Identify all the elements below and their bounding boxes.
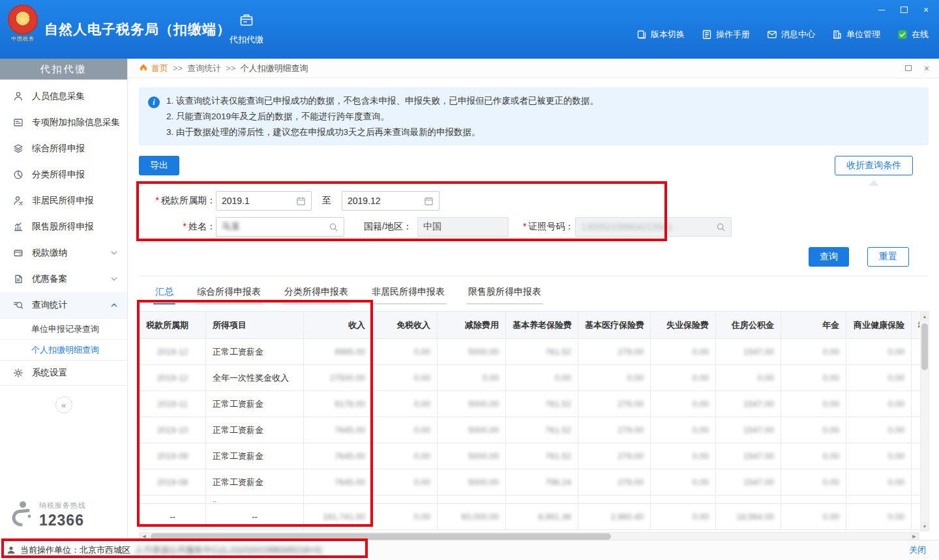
manual-button[interactable]: 操作手册 <box>702 29 750 40</box>
minimize-icon[interactable]: ─ <box>876 5 887 15</box>
reset-button[interactable]: 重置 <box>867 247 909 267</box>
main-panel: 首页 >> 查询统计 >> 个人扣缴明细查询 × i 1. 该查询统计表仅能查询… <box>128 59 939 540</box>
scroll-left-icon[interactable]: ◀ <box>140 533 149 540</box>
hotline-label: 纳税服务热线 <box>39 501 86 510</box>
vertical-scrollbar[interactable]: ▲ ▼ <box>920 311 929 531</box>
col-header-period: 税款所属期 <box>140 312 206 339</box>
status-bar: 当前操作单位：北京市西城区 人力资源公共服务中心(1,2110102199634… <box>0 540 939 560</box>
maximize-icon[interactable] <box>899 5 909 15</box>
tab-comprehensive-income[interactable]: 综合所得申报表 <box>195 282 263 304</box>
collapse-query-button[interactable]: 收折查询条件 <box>835 156 913 175</box>
filter-actions: 查询 重置 <box>139 247 929 267</box>
gear-icon <box>13 368 23 378</box>
table-row[interactable]: 2019-08 正常工资薪金 7645.00 0.00 5000.00 798.… <box>140 469 920 495</box>
panel-restore-icon[interactable] <box>904 64 913 73</box>
sidebar-item-query-statistics[interactable]: 查询统计 <box>0 292 127 318</box>
cell-health-insurance: 0.00 <box>846 417 912 443</box>
tab-withholding-module[interactable]: 代扣代缴 <box>230 12 263 46</box>
vertical-scroll-thumb[interactable] <box>921 323 928 370</box>
tab-restricted-shares[interactable]: 限售股所得申报表 <box>466 282 543 304</box>
sidebar-item-label: 专项附加扣除信息采集 <box>32 117 120 128</box>
cell-clipped <box>912 417 920 443</box>
period-to-input[interactable]: 2019.12 <box>342 191 440 211</box>
cell-income: 27500.00 <box>304 365 372 391</box>
org-manage-label: 单位管理 <box>846 29 880 40</box>
panel-close-icon[interactable]: × <box>922 64 931 73</box>
sidebar-item-comprehensive-income[interactable]: 综合所得申报 <box>0 136 127 162</box>
calendar-icon[interactable] <box>296 196 306 206</box>
search-icon[interactable] <box>716 222 726 232</box>
sidebar-item-preferential-filing[interactable]: 优惠备案 <box>0 266 127 292</box>
search-icon[interactable] <box>329 222 338 232</box>
cell-housing-fund: 1547.00 <box>716 443 781 469</box>
cell-income-item: 正常工资薪金 <box>206 339 304 365</box>
cell-medical: 0.00 <box>578 365 651 391</box>
table-footer-body: .. -- -- 161,741.00 0.00 60,000.00 8,991… <box>140 495 920 530</box>
sidebar: 代扣代缴 人员信息采集 专项附加扣除信息采集 综合所得申报 分类所得申报 非居民… <box>0 59 128 540</box>
org-manage-button[interactable]: 单位管理 <box>832 29 880 40</box>
table-row[interactable]: 2019-10 正常工资薪金 7645.00 0.00 5000.00 761.… <box>140 417 920 443</box>
cell-health-insurance: 0.00 <box>846 365 912 391</box>
cell-taxfree: 0.00 <box>372 417 438 443</box>
scroll-down-icon[interactable]: ▼ <box>921 522 929 531</box>
close-link[interactable]: 关闭 <box>909 544 926 556</box>
sidebar-item-special-deduction[interactable]: 专项附加扣除信息采集 <box>0 110 127 136</box>
calendar-icon[interactable] <box>424 196 434 206</box>
sidebar-subitem-personal-withholding-detail-query[interactable]: 个人扣缴明细查询 <box>0 339 127 360</box>
table-row[interactable]: 2019-09 正常工资薪金 7645.00 0.00 5000.00 761.… <box>140 443 920 469</box>
sidebar-item-restricted-shares[interactable]: 限售股所得申报 <box>0 214 127 240</box>
notice-line: 3. 由于数据处理的滞后性，建议您在申报成功3天之后再来查询最新的申报数据。 <box>166 126 599 138</box>
scroll-up-icon[interactable]: ▲ <box>921 312 929 321</box>
tab-nonresident-income[interactable]: 非居民所得申报表 <box>370 282 447 304</box>
cell-annuity: 0.00 <box>781 417 846 443</box>
id-number-input[interactable]: 130552199904223541 <box>575 217 732 237</box>
table-wrap: 税款所属期 所得项目 收入 免税收入 减除费用 基本养老保险费 基本医疗保险费 … <box>139 311 919 530</box>
sidebar-subitem-unit-declaration-query[interactable]: 单位申报记录查询 <box>0 318 127 339</box>
scroll-right-icon[interactable]: ▶ <box>910 533 919 540</box>
name-input[interactable]: 马某 <box>216 217 344 237</box>
tab-summary[interactable]: 汇总 <box>153 282 175 304</box>
cell-pension: 0.00 <box>506 365 578 391</box>
horizontal-scrollbar[interactable]: ◀ ▶ <box>139 532 919 540</box>
online-status[interactable]: 在线 <box>897 29 929 40</box>
cell-period: 2019-08 <box>140 469 206 495</box>
pie-chart-icon <box>13 169 23 180</box>
cell-unemployment: 0.00 <box>651 391 716 417</box>
horizontal-scroll-thumb[interactable] <box>151 533 611 540</box>
table-row[interactable]: 2019-12 正常工资薪金 9985.00 0.00 5000.00 761.… <box>140 339 920 365</box>
export-button[interactable]: 导出 <box>139 156 179 175</box>
cell-income-item: 正常工资薪金 <box>206 469 304 495</box>
search-stats-icon <box>13 300 23 310</box>
result-tabs: 汇总 综合所得申报表 分类所得申报表 非居民所得申报表 限售股所得申报表 <box>139 282 929 304</box>
breadcrumb-home[interactable]: 首页 <box>139 63 168 74</box>
period-from-input[interactable]: 2019.1 <box>216 191 312 211</box>
table-row[interactable]: 2019-11 正常工资薪金 9178.00 0.00 5000.00 761.… <box>140 391 920 417</box>
online-check-icon <box>897 29 908 40</box>
query-button[interactable]: 查询 <box>809 247 849 267</box>
sidebar-item-classified-income[interactable]: 分类所得申报 <box>0 162 127 188</box>
tax-bureau-logo: ★ 中国税务 <box>5 5 40 42</box>
sidebar-item-label: 系统设置 <box>32 367 67 379</box>
tab-classified-income[interactable]: 分类所得申报表 <box>282 282 350 304</box>
sidebar-item-system-settings[interactable]: 系统设置 <box>0 360 127 386</box>
cell-housing-fund: 1547.00 <box>716 391 781 417</box>
col-header-medical: 基本医疗保险费 <box>578 312 651 339</box>
sidebar-item-label: 优惠备案 <box>32 273 67 285</box>
sidebar-item-personnel-info[interactable]: 人员信息采集 <box>0 83 127 110</box>
cell-taxfree: 0.00 <box>372 339 438 365</box>
region-value: 中国 <box>423 221 441 233</box>
sidebar-collapse-button[interactable]: « <box>55 396 72 413</box>
version-switch-button[interactable]: 版本切换 <box>636 29 685 40</box>
sidebar-item-nonresident-income[interactable]: 非居民所得申报 <box>0 188 127 214</box>
cell-pension: 761.52 <box>506 417 578 443</box>
breadcrumb-level1[interactable]: 查询统计 <box>187 63 221 74</box>
toolbar: 导出 收折查询条件 <box>139 156 929 175</box>
close-icon[interactable]: × <box>921 5 931 15</box>
cell-annuity: 0.00 <box>781 391 846 417</box>
sidebar-item-tax-payment[interactable]: 税款缴纳 <box>0 240 127 266</box>
col-header-income-item: 所得项目 <box>206 312 304 339</box>
table-row[interactable]: 2019-12 全年一次性奖金收入 27500.00 0.00 0.00 0.0… <box>140 365 920 391</box>
message-center-button[interactable]: 消息中心 <box>767 29 815 40</box>
table-header-row: 税款所属期 所得项目 收入 免税收入 减除费用 基本养老保险费 基本医疗保险费 … <box>140 312 920 339</box>
region-input[interactable]: 中国 <box>417 217 509 237</box>
